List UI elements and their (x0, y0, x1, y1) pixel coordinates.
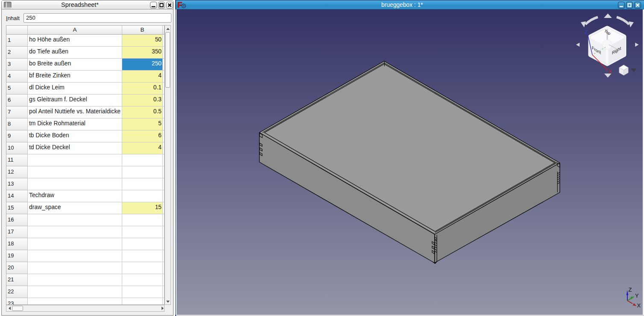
svg-text:Y: Y (635, 292, 639, 299)
svg-text:Z: Z (629, 286, 632, 293)
svg-text:X: X (609, 69, 612, 74)
svg-text:X: X (637, 302, 641, 309)
svg-text:Z: Z (585, 30, 588, 35)
